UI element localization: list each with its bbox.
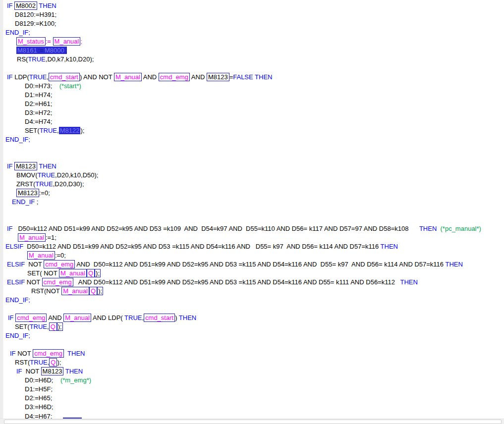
code-text: D3:=H6D; bbox=[25, 403, 53, 411]
selected-token[interactable]: M8122 bbox=[59, 127, 81, 134]
scrollbar-thumb[interactable] bbox=[4, 420, 502, 424]
code-line: D2:=H65; bbox=[0, 394, 504, 403]
keyword-token: END_IF; bbox=[5, 29, 30, 36]
comment: (*pc_manual*) bbox=[441, 225, 481, 232]
variable-box[interactable]: cmd_emg bbox=[33, 349, 64, 358]
code-text: D50=k112 AND D51=k99 AND D52=k95 AND D53… bbox=[13, 225, 419, 232]
comment: (*start*) bbox=[59, 82, 81, 90]
device-box[interactable]: M8123 bbox=[41, 367, 64, 375]
variable-box[interactable]: M_anual bbox=[27, 251, 55, 260]
code-text: ZRST( bbox=[16, 180, 35, 188]
code-line: M8123:=0; bbox=[0, 189, 504, 198]
code-text: ); bbox=[57, 359, 61, 366]
code-line: D8120:=H391; bbox=[0, 10, 504, 19]
code-text: NOT bbox=[25, 278, 42, 286]
boxed-text[interactable]: ); bbox=[95, 269, 101, 277]
variable-box[interactable]: M_anual bbox=[53, 37, 81, 46]
variable-box[interactable]: Q bbox=[87, 269, 95, 277]
code-text: ; bbox=[35, 198, 38, 206]
variable-box[interactable]: cmd_emg bbox=[42, 278, 73, 286]
selected-token[interactable]: M8161 bbox=[16, 47, 38, 54]
code-line: ELSIF NOT cmd_emg AND D50=k112 AND D51=k… bbox=[0, 260, 504, 269]
code-text: D2:=H65; bbox=[25, 394, 52, 402]
device-box[interactable]: M8123 bbox=[16, 189, 39, 197]
variable-box[interactable]: cmd_emg bbox=[15, 314, 47, 322]
keyword-token: THEN bbox=[179, 314, 196, 321]
code-text: :=0; bbox=[55, 252, 66, 259]
variable-box[interactable]: M_anual bbox=[18, 233, 46, 242]
code-text: D4:=H74; bbox=[25, 118, 52, 125]
keyword-token: END_IF bbox=[12, 198, 35, 206]
keyword-token: IF bbox=[7, 225, 13, 232]
keyword-token: TRUE bbox=[30, 323, 47, 330]
variable-box[interactable]: Q bbox=[89, 287, 97, 295]
code-line: D1:=H5F; bbox=[0, 385, 504, 394]
code-line: M_status:= M_anual; bbox=[0, 37, 504, 46]
code-text: :=1; bbox=[46, 234, 56, 241]
comment: (*m_emg*) bbox=[60, 376, 91, 384]
keyword-token: THEN bbox=[255, 73, 272, 81]
keyword-token: THEN bbox=[419, 225, 437, 232]
code-line: D0:=H73; (*start*) bbox=[0, 82, 504, 91]
keyword-token: THEN bbox=[65, 368, 83, 375]
device-box[interactable]: M8002 bbox=[14, 1, 37, 10]
keyword-token: THEN bbox=[400, 278, 418, 286]
keyword-token: IF bbox=[7, 2, 14, 9]
caret-underline bbox=[63, 412, 82, 419]
variable-box[interactable]: cmd_start bbox=[49, 73, 80, 81]
code-text: RS( bbox=[17, 55, 28, 63]
code-text: ,D20,D30); bbox=[53, 180, 84, 188]
code-line bbox=[0, 153, 504, 162]
keyword-token: TRUE bbox=[35, 180, 53, 188]
code-line: RS(TRUE,D0,k7,k10,D20); bbox=[0, 55, 504, 64]
code-line: IF M8123 THEN bbox=[0, 162, 504, 171]
variable-box[interactable]: M_anual bbox=[63, 314, 91, 322]
code-text: SET( bbox=[15, 323, 30, 330]
keyword-token: TRUE bbox=[124, 314, 142, 321]
code-line: RST(TRUE,Q); bbox=[0, 358, 504, 367]
variable-box[interactable]: cmd_start bbox=[144, 314, 175, 322]
variable-box[interactable]: Q bbox=[49, 358, 57, 367]
code-text: ) AND NOT bbox=[80, 73, 114, 81]
code-line: BMOV(TRUE,D20,k10,D50); bbox=[0, 171, 504, 180]
code-text: NOT bbox=[25, 261, 44, 268]
code-line: IF D50=k112 AND D51=k99 AND D52=k95 AND … bbox=[0, 224, 504, 233]
variable-box[interactable]: cmd_emg bbox=[44, 260, 75, 268]
keyword-token: THEN bbox=[39, 2, 56, 9]
code-line: END_IF; bbox=[0, 296, 504, 305]
code-text: SET( bbox=[25, 127, 40, 134]
boxed-text[interactable]: ); bbox=[97, 287, 103, 295]
code-line: M_anual:=0; bbox=[0, 251, 504, 260]
variable-box[interactable]: Q bbox=[49, 322, 57, 331]
keyword-token: ELSIF bbox=[7, 261, 25, 268]
st-code-editor[interactable]: IF M8002 THEND8120:=H391;D8129:=K100;END… bbox=[0, 0, 504, 419]
variable-box[interactable]: M_status bbox=[16, 37, 46, 46]
code-text: ) bbox=[175, 314, 179, 321]
keyword-token: THEN bbox=[445, 261, 462, 268]
code-line: IF M8002 THEN bbox=[0, 1, 504, 10]
code-line: M_anual:=1; bbox=[0, 233, 504, 242]
keyword-token: TRUE bbox=[38, 171, 55, 179]
boxed-text[interactable]: ); bbox=[57, 322, 63, 331]
code-line: RST(NOT M_anualQ); bbox=[0, 287, 504, 296]
code-text: AND D50=k112 AND D51=k99 AND D52=k95 AND… bbox=[75, 261, 445, 268]
variable-box[interactable]: M_anual bbox=[61, 287, 89, 295]
code-text: NOT bbox=[24, 368, 41, 375]
code-text: ,D0,k7,k10,D20); bbox=[46, 55, 94, 63]
code-text: D1:=H5F; bbox=[25, 385, 53, 393]
device-box[interactable]: M8123 bbox=[207, 73, 229, 81]
code-text: D3:=H72; bbox=[25, 109, 52, 116]
variable-box[interactable]: cmd_emg bbox=[159, 73, 190, 81]
keyword-token: THEN bbox=[381, 243, 398, 250]
horizontal-scrollbar[interactable] bbox=[0, 419, 504, 424]
selected-token[interactable]: M8000 bbox=[44, 47, 65, 54]
device-box[interactable]: M8123 bbox=[14, 162, 37, 170]
selected-operator: := bbox=[38, 47, 44, 54]
keyword-token: FALSE bbox=[233, 73, 253, 81]
variable-box[interactable]: M_anual bbox=[114, 73, 142, 81]
variable-box[interactable]: M_anual bbox=[59, 269, 87, 277]
keyword-token: IF bbox=[10, 350, 17, 357]
code-text: D8120:=H391; bbox=[15, 11, 56, 18]
code-text: AND bbox=[142, 73, 159, 81]
code-line bbox=[0, 64, 504, 73]
